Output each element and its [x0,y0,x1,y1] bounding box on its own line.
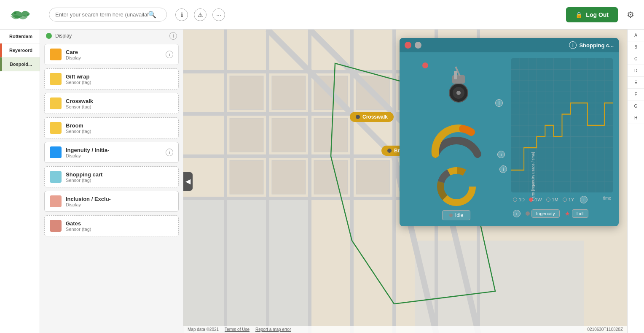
lidl-legend-btn[interactable]: Lidl [572,209,588,218]
map-node-crosswalk[interactable]: Crosswalk [350,112,394,122]
main-layout: Rotterdam Reyeroord Bospold... Display i… [0,30,644,333]
broom-info: Broom Sensor (tag) [66,122,173,134]
gates-type: Sensor (tag) [66,227,173,232]
map-area[interactable]: ◀ Crosswalk Gift wrap Broom A B C D E F … [183,30,644,333]
legend-info-btn[interactable]: i [513,210,521,217]
sidebar-item-rotterdam[interactable]: Rotterdam [0,30,40,43]
panel-item-ingenuity[interactable]: Ingenuity / Initia- Display i [44,142,179,163]
panel-item-inclusion[interactable]: Inclusion / Exclu- Display [44,191,179,212]
shoppingcart-color [50,171,62,183]
map-terms[interactable]: Terms of Use [225,327,250,332]
cart-wheel-info-btn[interactable]: i [495,99,503,107]
legend-row: i Ingenuity ★ Lidl [511,207,613,220]
warning-icon-btn[interactable]: ⚠ [194,8,207,21]
giftwrap-name: Gift wrap [66,73,173,80]
cart-panel-close-btn[interactable] [405,42,411,49]
grid-b: B [628,41,644,53]
chart-y-label: Carts [ingenuity usage / time] [531,152,535,201]
svg-point-0 [14,12,16,14]
chat-icon-btn[interactable]: ··· [212,8,225,21]
gates-name: Gates [66,220,173,227]
ingenuity-type: Display [66,153,161,158]
cart-panel-min-btn[interactable] [415,42,421,49]
legend-dot-ingenuity [526,211,530,216]
idle-dot [449,214,453,217]
donut-info-btn[interactable]: i [499,165,507,173]
search-bar[interactable]: 🔍 [49,8,167,22]
panel-item-shoppingcart[interactable]: Shopping cart Sensor (tag) [44,166,179,187]
idle-button[interactable]: Idle [442,210,470,220]
cart-wheel-area: i [405,58,507,109]
svg-rect-4 [415,241,584,333]
right-grid: A B C D E F G H [627,30,644,333]
svg-rect-16 [230,76,263,110]
panel-item-crosswalk[interactable]: Crosswalk Sensor (tag) [44,93,179,114]
legend-item-ingenuity[interactable]: Ingenuity [526,209,560,218]
panel-item-broom[interactable]: Broom Sensor (tag) [44,117,179,138]
crosswalk-color [50,97,62,109]
search-input[interactable] [55,11,148,18]
panel-display-header: Display i [40,30,183,41]
inclusion-name: Inclusion / Exclu- [66,196,173,202]
sidebar-label-rotterdam: Rotterdam [9,34,32,39]
care-info-btn[interactable]: i [166,51,173,58]
cart-status-dot [422,62,428,68]
lidl-star-icon: ★ [565,210,570,217]
svg-rect-17 [272,76,306,110]
gauge-info-btn[interactable]: i [497,151,505,158]
cart-panel-left: i i [405,58,507,220]
search-icon[interactable]: 🔍 [148,11,156,19]
idle-label: Idle [455,212,463,218]
collapse-panel-btn[interactable]: ◀ [183,172,193,191]
broom-node-dot [387,149,392,153]
ingenuity-legend-btn[interactable]: Ingenuity [531,209,560,218]
logout-button[interactable]: 🔒 Log Out [566,7,618,22]
inclusion-info: Inclusion / Exclu- Display [66,196,173,207]
sidebar: Rotterdam Reyeroord Bospold... [0,30,40,333]
crosswalk-node-label: Crosswalk [362,114,388,120]
settings-button[interactable]: ⚙ [624,8,637,22]
inclusion-color [50,195,62,207]
svg-point-1 [27,14,29,16]
shoppingcart-name: Shopping cart [66,171,173,178]
legend-item-lidl[interactable]: ★ Lidl [565,209,588,218]
svg-rect-28 [356,160,390,194]
gates-info: Gates Sensor (tag) [66,220,173,232]
cart-panel-right: Carts [ingenuity usage / time] [511,58,613,220]
shoppingcart-info: Shopping cart Sensor (tag) [66,171,173,183]
broom-color [50,122,62,134]
broom-name: Broom [66,122,173,129]
left-panel: Display i Care Display i Gift wrap Senso… [40,30,183,333]
grid-f: F [628,89,644,100]
display-dot [46,33,52,39]
grid-a: A [628,30,644,41]
svg-rect-25 [230,160,263,194]
display-label: Display [55,33,72,39]
cart-panel: i Shopping c... [400,38,619,226]
crosswalk-type: Sensor (tag) [66,104,173,109]
ingenuity-info-btn[interactable]: i [166,149,173,156]
sidebar-item-bospold[interactable]: Bospold... [0,57,40,71]
panel-item-gates[interactable]: Gates Sensor (tag) [44,215,179,236]
donut-area: i Idle [405,165,507,220]
panel-item-care[interactable]: Care Display i [44,44,179,65]
info-icon-btn[interactable]: ℹ [175,8,188,21]
shoppingcart-type: Sensor (tag) [66,178,173,183]
sidebar-label-reyeroord: Reyeroord [9,48,32,53]
cart-panel-info-icon[interactable]: i [569,41,577,49]
cart-panel-title-area: i Shopping c... [569,41,614,49]
sidebar-item-reyeroord[interactable]: Reyeroord [0,43,40,57]
map-copyright: Map data ©2021 [188,327,219,332]
panel-item-giftwrap[interactable]: Gift wrap Sensor (tag) [44,68,179,89]
display-info-btn[interactable]: i [169,32,177,40]
logout-label: Log Out [586,11,609,18]
ingenuity-name: Ingenuity / Initia- [66,147,161,153]
header: 🔍 ℹ ⚠ ··· 🔒 Log Out ⚙ [0,0,644,30]
crosswalk-name: Crosswalk [66,98,173,104]
ingenuity-info: Ingenuity / Initia- Display [66,147,161,158]
svg-rect-18 [230,118,263,152]
gates-color [50,220,62,232]
gauge-area: i [405,114,507,160]
giftwrap-color [50,73,62,85]
map-report[interactable]: Report a map error [255,327,291,332]
